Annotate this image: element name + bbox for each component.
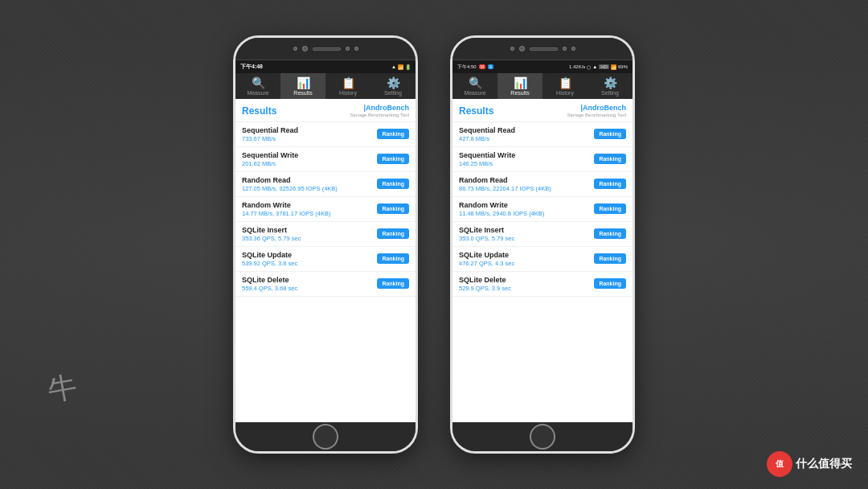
bench-row-sqlite-delete-1: SQLite Delete 559.4 QPS, 3.68 sec Rankin… [235,272,416,297]
badge-text: 什么值得买 [796,457,852,471]
measure-icon-1: 🔍 [252,77,265,88]
signature-watermark: 牛 [45,367,80,411]
ranking-btn-0-1[interactable]: Ranking [377,129,409,139]
bench-name-0-2: Sequential Read [459,126,594,134]
camera-dot-2 [510,47,514,51]
bench-value-2-1: 127.05 MB/s, 32526.95 IOPS (4KB) [242,185,377,192]
tab-setting-1[interactable]: ⚙️ Setting [371,73,416,99]
bench-row-rand-read-2: Random Read 86.73 MB/s, 22204.17 IOPS (4… [452,172,633,197]
speed-indicator-2: 1.42K/s [569,64,585,69]
bench-name-3-2: Random Write [459,201,594,209]
status-time-1: 下午4:48 [240,63,263,71]
bench-row-seq-write-1: Sequential Write 201.62 MB/s Ranking [235,147,416,172]
status-bar-1: 下午4:48 ▲ 📶 🔋 [235,60,416,73]
ranking-btn-6-1[interactable]: Ranking [377,278,409,289]
bench-name-2-2: Random Read [459,176,594,184]
bench-row-rand-write-1: Random Write 14.77 MB/s, 3781.17 IOPS (4… [235,197,416,222]
bench-value-6-1: 559.4 QPS, 3.68 sec [242,285,377,292]
phone-1: 下午4:48 ▲ 📶 🔋 🔍 Measure 📊 Results 📋 Histo… [233,35,418,454]
bench-value-5-2: 476.27 QPS, 4.3 sec [459,260,594,267]
ranking-btn-1-2[interactable]: Ranking [594,154,626,164]
bench-value-0-2: 427.8 MB/s [459,135,594,142]
ranking-btn-4-1[interactable]: Ranking [377,228,409,239]
tab-history-1[interactable]: 📋 History [326,73,371,99]
speaker-1 [313,47,341,51]
phone-2: 下午4:50 M A 1.42K/s ⬡ ▲ HD 📶 69% 🔍 Measur… [450,35,635,454]
bench-name-5-2: SQLite Update [459,251,594,259]
history-icon-2: 📋 [559,77,572,88]
bench-row-sqlite-update-2: SQLite Update 476.27 QPS, 4.3 sec Rankin… [452,247,633,272]
bench-value-3-2: 11.48 MB/s, 2940.8 IOPS (4KB) [459,210,594,217]
results-header-2: Results |AndroBench Storage Benchmarking… [452,99,633,122]
bench-name-2-1: Random Read [242,176,377,184]
status-icons-1: ▲ 📶 🔋 [391,64,411,70]
content-2: Results |AndroBench Storage Benchmarking… [452,99,633,422]
ranking-btn-3-1[interactable]: Ranking [377,203,409,214]
hd-badge-2: HD [599,64,609,69]
setting-icon-2: ⚙️ [604,77,617,88]
tab-setting-label-1: Setting [384,90,402,96]
tab-history-label-2: History [556,90,574,96]
signal-icon-1: 📶 [398,64,403,70]
tab-measure-label-2: Measure [464,90,485,96]
ranking-btn-2-1[interactable]: Ranking [377,179,409,189]
phone-bottom-2 [452,422,633,451]
tab-history-label-1: History [339,90,357,96]
tab-measure-1[interactable]: 🔍 Measure [235,73,280,99]
ranking-btn-1-1[interactable]: Ranking [377,154,409,164]
bench-name-3-1: Random Write [242,201,377,209]
bench-value-6-2: 529.9 QPS, 3.9 sec [459,285,594,292]
measure-icon-2: 🔍 [469,77,482,88]
ranking-btn-2-2[interactable]: Ranking [594,179,626,189]
content-1: Results |AndroBench Storage Benchmarking… [235,99,416,422]
status-right-2: 1.42K/s ⬡ ▲ HD 📶 69% [569,64,628,70]
tab-measure-2[interactable]: 🔍 Measure [452,73,497,99]
bench-list-2: Sequential Read 427.8 MB/s Ranking Seque… [452,122,633,422]
tab-history-2[interactable]: 📋 History [542,73,588,99]
ranking-btn-6-2[interactable]: Ranking [594,278,626,289]
tab-setting-label-2: Setting [601,90,619,96]
ranking-btn-4-2[interactable]: Ranking [594,228,626,239]
tab-setting-2[interactable]: ⚙️ Setting [588,73,633,99]
bench-name-1-2: Sequential Write [459,151,594,159]
sensor-dot-2 [519,46,525,51]
results-icon-2: 📊 [514,77,527,88]
status-left-2: 下午4:50 M A [457,64,493,71]
badge-icon: 值 [767,451,792,477]
dot2-2 [563,47,567,51]
andro-logo-2: |AndroBench Storage Benchmarking Tool [567,104,626,118]
home-button-1[interactable] [313,424,338,450]
nav-tabs-2: 🔍 Measure 📊 Results 📋 History ⚙️ Setting [452,73,633,99]
tab-results-1[interactable]: 📊 Results [280,73,326,99]
battery-icon-1: 🔋 [405,64,411,70]
home-button-2[interactable] [530,424,555,450]
ranking-btn-0-2[interactable]: Ranking [594,129,626,139]
status-time-2: 下午4:50 [457,64,477,71]
ranking-btn-3-2[interactable]: Ranking [594,203,626,214]
screen-1: 下午4:48 ▲ 📶 🔋 🔍 Measure 📊 Results 📋 Histo… [235,60,416,422]
setting-icon-1: ⚙️ [387,77,400,88]
history-icon-1: 📋 [342,77,355,88]
results-icon-1: 📊 [297,77,310,88]
bench-row-sqlite-insert-2: SQLite Insert 353.0 QPS, 5.79 sec Rankin… [452,222,633,247]
bench-value-2-2: 86.73 MB/s, 22204.17 IOPS (4KB) [459,185,594,192]
app-icon-2: M [479,64,485,69]
bench-name-4-2: SQLite Insert [459,226,594,234]
bench-row-seq-read-2: Sequential Read 427.8 MB/s Ranking [452,122,633,147]
bench-value-4-1: 353.36 QPS, 5.79 sec [242,235,377,242]
ranking-btn-5-2[interactable]: Ranking [594,253,626,264]
bench-row-sqlite-delete-2: SQLite Delete 529.9 QPS, 3.9 sec Ranking [452,272,633,297]
ranking-btn-5-1[interactable]: Ranking [377,253,409,264]
bench-name-6-1: SQLite Delete [242,276,377,284]
signal-icon-2: 📶 [611,64,616,70]
camera-dot-1 [293,47,297,51]
tab-results-2[interactable]: 📊 Results [497,73,542,99]
results-title-2: Results [459,105,493,117]
wifi-icon-1: ▲ [391,64,396,69]
dot3-2 [571,47,575,51]
bench-row-rand-read-1: Random Read 127.05 MB/s, 32526.95 IOPS (… [235,172,416,197]
phone-bottom-1 [235,422,416,451]
tab-results-label-2: Results [510,90,529,96]
results-header-1: Results |AndroBench Storage Benchmarking… [235,99,416,122]
andro-logo-1: |AndroBench Storage Benchmarking Tool [350,104,409,118]
